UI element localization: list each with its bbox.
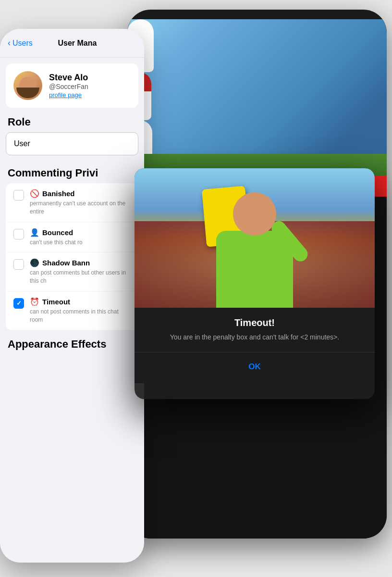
bounced-icon: 👤: [30, 228, 39, 237]
shadowban-icon: 🌑: [30, 258, 39, 267]
chevron-left-icon: ‹: [8, 38, 11, 48]
priv-item-timeout: ⏰ Timeout can not post comments in this …: [6, 291, 138, 330]
modal-description: You are in the penalty box and can't tal…: [146, 332, 363, 342]
modal-content-area: Timeout! You are in the penalty box and …: [135, 308, 375, 383]
nav-bar: ‹ Users User Mana: [0, 29, 144, 58]
role-value: User: [14, 139, 30, 148]
timeout-modal: Timeout! You are in the penalty box and …: [135, 168, 375, 399]
profile-info: Steve Alo @SoccerFan profile page: [49, 73, 131, 99]
timeout-checkbox[interactable]: [13, 298, 24, 309]
modal-image: [135, 168, 375, 308]
banished-text: 🚫 Banished permanently can't use account…: [30, 189, 131, 216]
banished-label: Banished: [42, 189, 75, 198]
shadowban-label: Shadow Bann: [42, 259, 90, 267]
bounced-text: 👤 Bounced can't use this chat ro: [30, 228, 131, 247]
shadowban-checkbox[interactable]: [13, 259, 24, 270]
profile-section: Steve Alo @SoccerFan profile page: [6, 63, 138, 108]
modal-divider: [135, 352, 375, 352]
priv-item-banished: 🚫 Banished permanently can't use account…: [6, 183, 138, 222]
shadowban-name: 🌑 Shadow Bann: [30, 258, 131, 267]
referee-body: [207, 212, 303, 308]
bounced-desc: can't use this chat ro: [30, 238, 131, 247]
referee-head: [233, 192, 276, 236]
avatar-beard: [16, 88, 39, 98]
referee-background: [135, 168, 375, 308]
commenting-priv-label: Commenting Privi: [0, 161, 144, 183]
soccer-players-area: [127, 19, 387, 183]
front-phone-screen: ‹ Users User Mana Steve Alo @SoccerFan p…: [0, 29, 144, 563]
modal-title: Timeout!: [146, 317, 363, 328]
bounced-name: 👤 Bounced: [30, 228, 131, 237]
banished-desc: permanently can't use account on the ent…: [30, 200, 131, 216]
bounced-label: Bounced: [42, 228, 73, 237]
front-phone: ‹ Users User Mana Steve Alo @SoccerFan p…: [0, 29, 144, 563]
nav-title: User Mana: [33, 39, 122, 48]
role-selector[interactable]: User: [6, 132, 138, 155]
timeout-icon: ⏰: [30, 297, 39, 306]
avatar: [13, 71, 42, 100]
timeout-text: ⏰ Timeout can not post comments in this …: [30, 297, 131, 324]
banished-name: 🚫 Banished: [30, 189, 131, 198]
nav-back-button[interactable]: ‹ Users: [8, 38, 33, 48]
priv-item-shadowban: 🌑 Shadow Bann can post comments but othe…: [6, 252, 138, 291]
modal-ok-button[interactable]: OK: [146, 360, 363, 374]
role-section-label: Role: [0, 108, 144, 132]
timeout-name: ⏰ Timeout: [30, 297, 131, 306]
priv-item-bounced: 👤 Bounced can't use this chat ro: [6, 222, 138, 253]
shadowban-text: 🌑 Shadow Bann can post comments but othe…: [30, 258, 131, 285]
timeout-label: Timeout: [42, 298, 70, 306]
profile-handle: @SoccerFan: [49, 83, 131, 90]
referee-shirt: [216, 231, 293, 308]
appearance-label: Appearance Effects: [0, 330, 144, 354]
shadowban-desc: can post comments but other users in thi…: [30, 269, 131, 285]
timeout-desc: can not post comments in this chat room: [30, 308, 131, 324]
nav-back-label: Users: [12, 39, 33, 48]
profile-name: Steve Alo: [49, 73, 131, 83]
banished-icon: 🚫: [30, 189, 39, 198]
banished-checkbox[interactable]: [13, 190, 24, 201]
bounced-checkbox[interactable]: [13, 229, 24, 239]
profile-link[interactable]: profile page: [49, 91, 131, 99]
